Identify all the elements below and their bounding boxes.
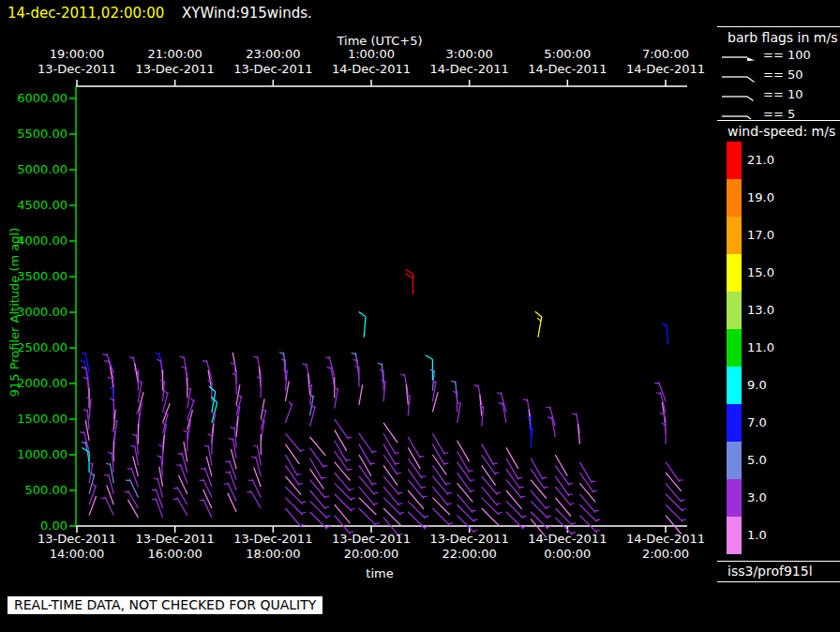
wind-barb-tick [520, 496, 525, 497]
wind-barb [432, 433, 444, 455]
top-x-tick-label: 3:00:0014-Dec-2011 [430, 47, 509, 77]
wind-barb [432, 465, 446, 485]
bottom-x-tick-label: 13-Dec-201118:00:00 [233, 532, 312, 562]
wind-barb [506, 447, 518, 469]
colorbar-swatch [727, 479, 742, 517]
bottom-x-tick-label: 14-Dec-20110:00:00 [528, 532, 607, 562]
wind-profiler-screen: 14-dec-2011,02:00:00 XYWind:915winds. Ti… [0, 0, 840, 632]
wind-barb [359, 498, 376, 515]
pennant-icon [720, 46, 758, 63]
wind-barb [383, 508, 400, 525]
y-axis-tick-label: 4500.00 [2, 198, 68, 212]
wind-barb [228, 493, 236, 512]
wind-barb [383, 444, 396, 466]
wind-barb [383, 423, 398, 443]
wind-barb-tick [406, 274, 413, 278]
wind-barb-tick [373, 492, 378, 493]
wind-barb [531, 459, 543, 480]
colorbar-value: 15.0 [747, 265, 774, 279]
wind-barb-tick [225, 461, 230, 462]
colorbar-value: 3.0 [747, 490, 767, 504]
colorbar-title: wind-speed: m/s [728, 124, 835, 139]
wind-barb [234, 427, 236, 447]
wind-barb [458, 504, 474, 521]
barb-legend-value: == 10 [763, 87, 802, 101]
top-x-tick-label: 5:00:0014-Dec-2011 [528, 47, 607, 77]
wind-barb-tick [406, 270, 413, 275]
barb-legend-row: == 100 [720, 45, 811, 64]
colorbar-value: 7.0 [747, 415, 767, 429]
wind-barb-tick [300, 525, 305, 526]
colorbar-swatch [727, 292, 742, 329]
wind-barb [506, 459, 518, 480]
wind-barb-tick [546, 507, 550, 508]
wind-barb-tick [324, 507, 329, 508]
bottom-x-tick-label: 13-Dec-201114:00:00 [38, 532, 116, 562]
y-axis-tick-label: 0.00 [2, 519, 68, 533]
wind-barb [478, 384, 482, 405]
wind-barb-tick [102, 354, 107, 355]
wind-barb [335, 419, 349, 439]
wind-barb [404, 374, 408, 395]
wind-barb [285, 487, 302, 504]
wind-barb-tick [594, 510, 599, 511]
wind-barb [408, 395, 410, 415]
colorbar-value: 11.0 [747, 340, 774, 354]
title-datetime: 14-dec-2011,02:00:00 [8, 5, 164, 22]
wind-barb-tick [473, 519, 478, 520]
colorbar-swatch [727, 329, 742, 367]
wind-barb [555, 455, 567, 476]
wind-barb-tick [682, 508, 686, 509]
colorbar-swatch [727, 404, 742, 442]
wind-barb [458, 441, 470, 462]
top-x-tick-label: 23:00:0013-Dec-2011 [233, 47, 312, 77]
wind-barb [667, 324, 668, 344]
colorbar-swatch [727, 179, 742, 217]
top-axis-title: Time (UTC+5) [337, 34, 422, 48]
bottom-x-tick-label: 13-Dec-201122:00:00 [430, 532, 509, 562]
top-x-tick-label: 21:00:0013-Dec-2011 [136, 47, 215, 77]
wind-barb-tick [110, 399, 113, 401]
wind-barb [128, 500, 138, 518]
barb50-icon [720, 66, 758, 83]
colorbar-value: 13.0 [747, 303, 774, 317]
wind-barb-tick [398, 492, 403, 493]
wind-barb-tick [164, 391, 168, 395]
barb-legend-row: == 10 [720, 84, 802, 103]
wind-barb-tick [301, 512, 306, 513]
wind-barb-tick [152, 499, 157, 500]
wind-barb [310, 437, 326, 456]
barb-legend-value: == 50 [763, 68, 802, 82]
wind-barb [359, 384, 363, 405]
wind-barb-tick [496, 504, 501, 504]
wind-barb-tick [190, 398, 193, 401]
wind-barb [335, 473, 351, 491]
wind-barb [482, 487, 498, 505]
wind-barb [359, 433, 373, 453]
colorbar-value: 21.0 [747, 153, 774, 167]
bottom-x-tick-label: 13-Dec-201120:00:00 [332, 532, 411, 562]
wind-barb-tick [201, 469, 205, 470]
wind-barb [307, 363, 310, 384]
y-axis-tick-label: 6000.00 [2, 91, 68, 105]
wind-barb [432, 444, 444, 466]
wind-barb [482, 406, 484, 427]
wind-barb [408, 490, 424, 509]
colorbar-swatch [727, 254, 742, 292]
plot-canvas [0, 0, 840, 632]
wind-barb-tick [176, 465, 181, 466]
wind-barb [506, 490, 522, 509]
wind-barb-tick [225, 472, 230, 473]
wind-barb [408, 469, 422, 489]
colorbar-swatch [727, 442, 742, 479]
y-axis-tick-label: 2500.00 [2, 340, 68, 354]
bottom-axis-title: time [366, 566, 393, 580]
wind-barb-tick [537, 318, 541, 321]
wind-barb [177, 498, 188, 516]
y-axis-tick-label: 3000.00 [2, 305, 68, 319]
wind-barb [579, 462, 592, 484]
wind-barb-tick [301, 502, 306, 503]
wind-barb [482, 444, 494, 466]
wind-barb [257, 356, 261, 377]
wind-barb-tick [423, 496, 428, 497]
